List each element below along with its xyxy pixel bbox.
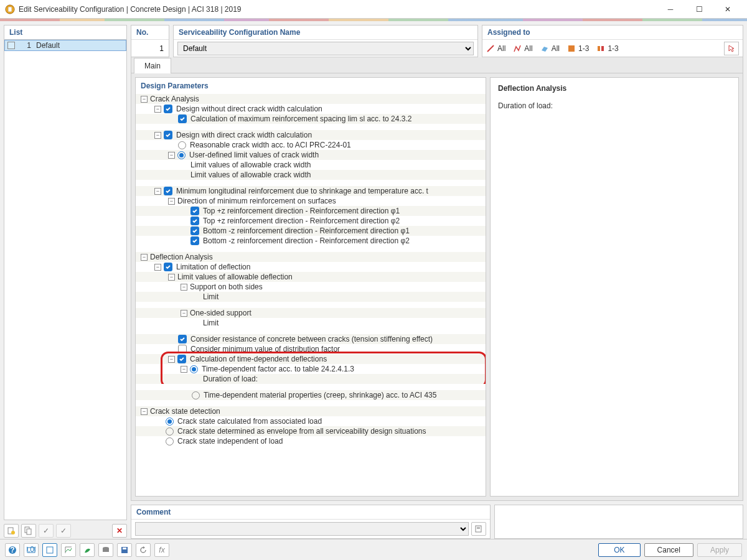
minimize-button[interactable]: ─ bbox=[656, 0, 685, 19]
param-label: One-sided support bbox=[190, 309, 251, 317]
tab-main[interactable]: Main bbox=[134, 58, 171, 73]
radio[interactable] bbox=[166, 418, 174, 426]
fx-icon: fx bbox=[159, 546, 164, 554]
collapse-icon[interactable]: − bbox=[141, 254, 148, 261]
param-label: Bottom -z reinforcement direction - Rein… bbox=[203, 226, 410, 235]
svg-rect-1 bbox=[8, 7, 12, 12]
collapse-icon[interactable]: − bbox=[154, 106, 161, 113]
list-item[interactable]: 1 Default bbox=[4, 40, 126, 51]
param-label: Crack state determined as envelope from … bbox=[177, 427, 426, 436]
collapse-icon[interactable]: − bbox=[181, 284, 187, 291]
view-button[interactable] bbox=[42, 543, 57, 557]
radio[interactable] bbox=[192, 391, 200, 399]
tab-row: Main bbox=[131, 57, 743, 73]
assigned-text: All bbox=[552, 44, 560, 53]
radio[interactable] bbox=[177, 151, 186, 159]
comment-edit-button[interactable] bbox=[471, 522, 486, 536]
cursor-icon bbox=[727, 44, 736, 53]
collapse-icon[interactable]: − bbox=[168, 152, 175, 159]
svg-rect-8 bbox=[568, 45, 575, 52]
assigned-item: All bbox=[486, 44, 505, 53]
help-icon: ? bbox=[8, 546, 17, 554]
checkbox[interactable] bbox=[190, 236, 199, 245]
collapse-icon[interactable]: − bbox=[168, 274, 175, 281]
param-label: Top +z reinforcement direction - Reinfor… bbox=[203, 207, 400, 215]
collapse-icon[interactable]: − bbox=[154, 132, 161, 139]
copy-item-button[interactable] bbox=[21, 524, 36, 538]
checkbox[interactable] bbox=[164, 131, 172, 139]
close-button[interactable]: ✕ bbox=[713, 0, 742, 19]
param-label: Limitation of deflection bbox=[176, 263, 250, 271]
checkbox[interactable] bbox=[164, 263, 172, 271]
checkbox[interactable] bbox=[178, 335, 187, 343]
tool-button-4[interactable] bbox=[117, 543, 132, 557]
new-item-button[interactable] bbox=[4, 524, 19, 538]
param-label: Bottom -z reinforcement direction - Rein… bbox=[203, 236, 410, 245]
radio[interactable] bbox=[190, 365, 198, 373]
list-color-icon bbox=[7, 42, 15, 49]
graph-icon bbox=[64, 546, 73, 554]
leaf-icon bbox=[83, 546, 92, 554]
units-button[interactable]: 0,00 bbox=[24, 543, 39, 557]
list-header: List bbox=[4, 25, 127, 40]
radio[interactable] bbox=[166, 427, 174, 436]
checkbox[interactable] bbox=[190, 207, 199, 215]
parameters-tree[interactable]: Design Parameters −Crack Analysis −Desig… bbox=[135, 77, 486, 497]
collapse-icon[interactable]: − bbox=[141, 408, 148, 415]
param-label: Direction of minimum reinforcement on su… bbox=[177, 197, 336, 205]
checkbox[interactable] bbox=[190, 226, 199, 235]
checkbox[interactable] bbox=[164, 105, 172, 113]
config-name-select[interactable]: Default bbox=[177, 42, 474, 55]
collapse-icon[interactable]: − bbox=[141, 96, 148, 103]
param-label: Calculation of maximum reinforcement spa… bbox=[190, 114, 411, 123]
checkbox[interactable] bbox=[178, 114, 187, 123]
delete-item-button[interactable]: ✕ bbox=[112, 524, 127, 538]
svg-rect-20 bbox=[103, 548, 109, 552]
cancel-button[interactable]: Cancel bbox=[644, 543, 693, 557]
assigned-item: All bbox=[513, 44, 532, 53]
collapse-icon[interactable]: − bbox=[154, 264, 161, 271]
maximize-button[interactable]: ☐ bbox=[685, 0, 713, 19]
assigned-text: 1-3 bbox=[578, 44, 589, 53]
apply-button[interactable]: Apply bbox=[697, 543, 742, 557]
comment-select[interactable] bbox=[135, 522, 469, 536]
param-label: Limit values of allowable deflection bbox=[177, 273, 293, 281]
ok-button[interactable]: OK bbox=[598, 543, 640, 557]
pick-button[interactable] bbox=[724, 42, 739, 55]
collapse-icon[interactable]: − bbox=[168, 356, 175, 363]
collapse-icon[interactable]: − bbox=[154, 188, 161, 195]
param-label: Crack state independent of load bbox=[177, 437, 283, 446]
collapse-icon[interactable]: − bbox=[168, 198, 175, 205]
collapse-icon[interactable]: − bbox=[181, 366, 187, 373]
tool-button-2[interactable] bbox=[80, 543, 95, 557]
help-button[interactable]: ? bbox=[5, 543, 20, 557]
function-button[interactable]: fx bbox=[154, 543, 169, 557]
checkbox[interactable] bbox=[164, 187, 172, 195]
param-label: Design without direct crack width calcul… bbox=[176, 105, 322, 113]
collapse-icon[interactable]: − bbox=[181, 310, 187, 317]
radio[interactable] bbox=[166, 437, 174, 446]
param-label: Design with direct crack width calculati… bbox=[176, 131, 312, 139]
param-label: Crack state calculated from associated l… bbox=[177, 417, 322, 426]
list-item-label: Default bbox=[36, 41, 60, 50]
checkbox[interactable] bbox=[178, 345, 187, 353]
no-label: No. bbox=[131, 26, 169, 40]
check-button-2[interactable]: ✓ bbox=[56, 524, 71, 538]
reset-button[interactable] bbox=[136, 543, 151, 557]
radio[interactable] bbox=[178, 141, 186, 149]
bottom-toolbar: ? 0,00 fx OK Cancel Apply bbox=[0, 539, 747, 560]
tool-button-3[interactable] bbox=[98, 543, 113, 557]
no-value: 1 bbox=[159, 44, 164, 53]
checkbox[interactable] bbox=[190, 217, 199, 225]
svg-rect-5 bbox=[27, 529, 31, 534]
tool-button-1[interactable] bbox=[61, 543, 76, 557]
assigned-label: Assigned to bbox=[482, 26, 743, 40]
comment-box: Comment bbox=[131, 505, 491, 539]
svg-rect-10 bbox=[601, 46, 604, 51]
color-strip bbox=[0, 19, 747, 21]
svg-marker-23 bbox=[143, 546, 145, 549]
checkbox[interactable] bbox=[177, 355, 186, 363]
check-button-1[interactable]: ✓ bbox=[39, 524, 54, 538]
info-panel: Deflection Analysis Duration of load: bbox=[490, 77, 739, 497]
units-icon: 0,00 bbox=[27, 546, 35, 554]
